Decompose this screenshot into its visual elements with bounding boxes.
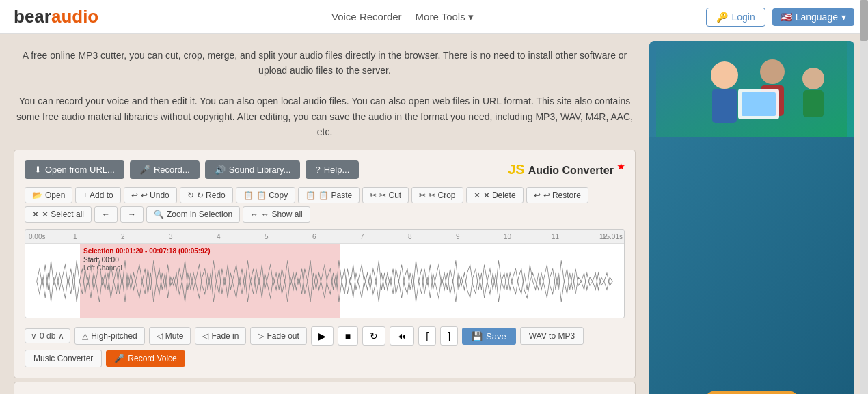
header: bearaudio Voice Recorder More Tools ▾ 🔑 … (0, 0, 868, 34)
add-to-button[interactable]: + Add to (75, 187, 120, 203)
download-icon: ⬇ (34, 165, 42, 175)
save-icon: 💾 (472, 331, 483, 341)
folder-icon: 📂 (32, 191, 42, 200)
fade-out-icon: ▷ (258, 331, 264, 341)
bracket-open-button[interactable]: [ (418, 326, 436, 346)
mute-icon: ◁ (157, 331, 163, 341)
description-line2: You can record your voice and then edit … (14, 94, 636, 139)
scrollbar-thumb[interactable] (860, 0, 868, 41)
bottom-toolbar: ∨ 0 db ∧ △ High-pitched ◁ Mute ◁ Fade in (25, 326, 625, 367)
crop-icon: ✂ (419, 191, 426, 200)
paste-icon: 📋 (306, 191, 316, 200)
arrow-right-button[interactable]: → (120, 206, 144, 223)
delete-icon: ✕ (474, 191, 480, 200)
bottom-ad: ℹ ✕ (14, 382, 636, 394)
cut-button[interactable]: ✂ ✂ Cut (362, 187, 409, 203)
trial-button[interactable]: Start a Trial (703, 391, 800, 394)
prev-button[interactable]: ⏮ (390, 326, 414, 346)
svg-point-2 (711, 61, 738, 89)
open-button[interactable]: 📂 Open (25, 187, 72, 203)
show-all-icon: ↔ (250, 210, 258, 219)
login-icon: 🔑 (716, 12, 728, 23)
ruler-start: 0.00s (29, 233, 45, 240)
svg-rect-9 (742, 92, 776, 116)
music-converter-button[interactable]: Music Converter (25, 350, 102, 367)
volume-control: ∨ 0 db ∧ (25, 328, 70, 343)
svg-rect-7 (803, 90, 824, 117)
volume-value: 0 db (40, 331, 55, 341)
play-button[interactable]: ▶ (311, 326, 334, 346)
waveform-svg (25, 244, 624, 318)
nav-more-tools[interactable]: More Tools ▾ (416, 11, 474, 23)
undo-button[interactable]: ↩ ↩ Undo (124, 187, 177, 203)
undo-icon: ↩ (131, 191, 138, 200)
nav: Voice Recorder More Tools ▾ (331, 11, 474, 23)
redo-button[interactable]: ↻ ↻ Redo (180, 187, 233, 203)
sound-library-button[interactable]: 🔊 Sound Library... (205, 160, 301, 179)
restore-icon: ↩ (534, 191, 541, 200)
copy-icon: 📋 (243, 191, 254, 200)
select-all-button[interactable]: ✕ ✕ Select all (25, 206, 92, 223)
fade-in-icon: ◁ (202, 331, 208, 341)
high-pitched-button[interactable]: △ High-pitched (74, 327, 144, 345)
logo-bear: bear (14, 6, 51, 27)
logo: bearaudio (14, 6, 98, 27)
record-button[interactable]: 🎤 Record... (130, 160, 200, 179)
login-button[interactable]: 🔑 Login (706, 8, 765, 27)
copy-button[interactable]: 📋 📋 Copy (236, 187, 295, 203)
volume-up-button[interactable]: ∧ (57, 331, 66, 341)
edit-toolbar: 📂 Open + Add to ↩ ↩ Undo ↻ ↻ Redo 📋 📋 Co… (25, 187, 625, 223)
language-button[interactable]: 🇺🇸 Language ▾ (772, 8, 854, 26)
speaker-icon: 🔊 (215, 165, 226, 175)
help-button[interactable]: ? Help... (306, 160, 359, 179)
logo-audio: audio (51, 6, 98, 27)
scrollbar[interactable] (860, 0, 868, 394)
nav-voice-recorder[interactable]: Voice Recorder (331, 11, 402, 23)
svg-point-4 (760, 59, 785, 84)
loop-button[interactable]: ↻ (362, 326, 385, 346)
volume-down-button[interactable]: ∨ (29, 331, 38, 341)
wav-to-mp3-button[interactable]: WAV to MP3 (520, 327, 584, 345)
star-icon: ★ (617, 162, 625, 171)
crop-button[interactable]: ✂ ✂ Crop (411, 187, 463, 203)
ad-illustration (656, 41, 847, 137)
high-pitched-icon: △ (82, 331, 88, 341)
js-audio-converter-logo: JS Audio Converter ★ (508, 162, 625, 178)
restore-button[interactable]: ↩ ↩ Restore (526, 187, 588, 203)
left-content: A free online MP3 cutter, you can cut, c… (14, 41, 636, 394)
delete-button[interactable]: ✕ ✕ Delete (466, 187, 524, 203)
microphone-icon: 🎤 (139, 165, 150, 175)
ad-banner-image (649, 41, 854, 137)
stop-button[interactable]: ■ (338, 326, 358, 346)
record-voice-button[interactable]: 🎤 Record Voice (106, 350, 185, 367)
record-icon: 🎤 (114, 354, 124, 363)
waveform-track[interactable]: Selection 00:01:20 - 00:07:18 (00:05:92)… (25, 244, 624, 318)
paste-button[interactable]: 📋 📋 Paste (298, 187, 360, 203)
logo-text: bearaudio (14, 6, 98, 27)
editor-panel: ⬇ Open from URL... 🎤 Record... 🔊 Sound L… (14, 150, 636, 378)
arrow-left-button[interactable]: ← (94, 206, 118, 223)
help-icon: ? (315, 165, 320, 175)
bracket-close-button[interactable]: ] (440, 326, 458, 346)
top-toolbar: ⬇ Open from URL... 🎤 Record... 🔊 Sound L… (25, 160, 625, 179)
save-button[interactable]: 💾 Save (462, 328, 516, 345)
js-text: JS (508, 162, 524, 177)
waveform-ruler: 0.00s 1 2 3 4 5 6 7 8 9 10 11 12 13 14 1… (25, 230, 624, 244)
mute-button[interactable]: ◁ Mute (149, 327, 191, 345)
main-content: A free online MP3 cutter, you can cut, c… (0, 34, 868, 394)
fade-out-button[interactable]: ▷ Fade out (250, 327, 306, 345)
cut-icon: ✂ (370, 191, 377, 200)
select-icon: ✕ (32, 210, 39, 219)
audio-converter-text: Audio Converter (528, 165, 614, 176)
show-all-button[interactable]: ↔ ↔ Show all (243, 206, 310, 223)
flag-icon: 🇺🇸 (781, 12, 792, 23)
description-line1: A free online MP3 cutter, you can cut, c… (14, 48, 636, 79)
description: A free online MP3 cutter, you can cut, c… (14, 41, 636, 146)
open-url-button[interactable]: ⬇ Open from URL... (25, 160, 124, 179)
ad-banner: Start a Trial (649, 41, 854, 394)
arrow-left-icon: ← (102, 210, 110, 219)
waveform-container[interactable]: 0.00s 1 2 3 4 5 6 7 8 9 10 11 12 13 14 1… (25, 229, 625, 318)
fade-in-button[interactable]: ◁ Fade in (195, 327, 246, 345)
svg-rect-3 (712, 89, 737, 123)
zoom-in-button[interactable]: 🔍 Zoom in Selection (146, 206, 240, 223)
